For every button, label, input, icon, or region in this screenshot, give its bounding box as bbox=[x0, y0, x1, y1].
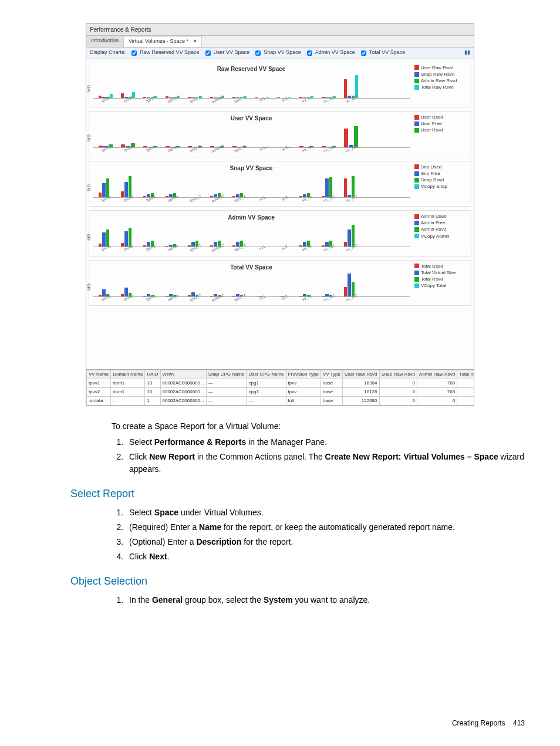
chart-title: Total VV Space bbox=[93, 263, 410, 272]
table-cell: tpvv1 bbox=[87, 379, 111, 387]
table-row[interactable]: tpvv1dom11060002AC0000000...---cpg1tpvvb… bbox=[87, 379, 474, 387]
bar bbox=[322, 97, 325, 98]
legend-swatch bbox=[414, 184, 419, 189]
create-report-steps: Select Performance & Reports in the Mana… bbox=[112, 436, 525, 475]
table-header[interactable]: Domain Name bbox=[111, 370, 145, 379]
table-header[interactable]: RAID bbox=[145, 370, 160, 379]
bar bbox=[348, 274, 350, 296]
table-header[interactable]: VV Name bbox=[87, 370, 111, 379]
object-selection-steps: In the General group box, select the Sys… bbox=[112, 594, 525, 606]
heading-object-selection: Object Selection bbox=[70, 573, 525, 589]
select-report-steps: Select Space under Virtual Volumes. (Req… bbox=[112, 507, 525, 563]
bar bbox=[121, 93, 124, 98]
bar bbox=[143, 97, 146, 98]
table-row[interactable]: .srdata-160002AC0000000...------fullbase… bbox=[87, 396, 474, 405]
table-row[interactable]: tpvv2dom11060002AC0000000...---cpg1tpvvb… bbox=[87, 387, 474, 396]
table-header[interactable]: Admin Raw Rsvd bbox=[417, 370, 457, 379]
chk-snap-vv[interactable]: Snap VV Space bbox=[253, 49, 301, 58]
table-header[interactable]: Snap Raw Rsvd bbox=[379, 370, 417, 379]
y-axis-label: MB bbox=[86, 85, 93, 92]
bar bbox=[121, 243, 124, 247]
legend-swatch bbox=[414, 264, 419, 268]
bar bbox=[210, 97, 213, 98]
table-cell: 60002AC0000000... bbox=[160, 379, 206, 387]
table-header[interactable]: Total Raw Rsvd bbox=[457, 370, 474, 379]
bar bbox=[143, 296, 146, 296]
bar bbox=[124, 231, 127, 247]
tab-virtual-volumes-space[interactable]: Virtual Volumes - Space * × bbox=[124, 36, 202, 47]
close-icon[interactable]: × bbox=[193, 38, 196, 44]
table-cell: 0 bbox=[417, 396, 457, 405]
step-2: Click New Report in the Common Actions p… bbox=[126, 451, 525, 475]
bar bbox=[322, 196, 325, 197]
legend: User UsedUser FreeUser Rsvd bbox=[414, 114, 467, 156]
table-header[interactable]: User CPG Name bbox=[247, 370, 286, 379]
legend-swatch bbox=[414, 65, 419, 70]
pause-icon[interactable]: ▮▮ bbox=[464, 49, 470, 57]
legend-label: Snp Used bbox=[421, 164, 441, 170]
bar bbox=[344, 287, 347, 296]
table-cell: 1 bbox=[145, 396, 160, 405]
window-titlebar: Performance & Reports bbox=[86, 24, 474, 36]
legend-label: Admin Used bbox=[421, 214, 447, 219]
step-1: Select Performance & Reports in the Mana… bbox=[126, 436, 525, 448]
table-header[interactable]: VV Type bbox=[321, 370, 342, 379]
document-body: To create a Space Report for a Virtual V… bbox=[35, 420, 525, 606]
legend-swatch bbox=[414, 234, 419, 238]
table-cell: 122880 bbox=[342, 396, 379, 405]
legend-label: Admin Raw Rsvd bbox=[421, 78, 457, 83]
table-cell: base bbox=[321, 379, 342, 387]
table-header[interactable]: Snap CPG Name bbox=[206, 370, 247, 379]
bar bbox=[232, 296, 235, 296]
chk-admin-vv[interactable]: Admin VV Space bbox=[305, 49, 355, 58]
legend-label: User Free bbox=[421, 121, 442, 126]
table-cell: base bbox=[321, 387, 342, 396]
table-cell: 16128 bbox=[342, 387, 379, 396]
table-cell: full bbox=[286, 396, 321, 405]
bar bbox=[99, 295, 102, 296]
chk-raw-reserved[interactable]: Raw Reserved VV Space bbox=[129, 49, 200, 58]
legend: Admin UsedAdmin FreeAdmin RsvdVCopy Admi… bbox=[414, 213, 467, 255]
legend-swatch bbox=[414, 164, 419, 169]
y-axis-label: MB bbox=[86, 283, 93, 291]
table-cell: 10 bbox=[145, 387, 160, 396]
bar bbox=[166, 96, 168, 97]
legend-label: Total Used bbox=[421, 264, 443, 269]
table-cell: 768 bbox=[417, 387, 457, 396]
chk-total-vv[interactable]: Total VV Space bbox=[359, 49, 406, 58]
table-cell: --- bbox=[247, 396, 286, 405]
bar bbox=[348, 229, 350, 247]
chart-block: Snap VV SpaceMBtpvv1tpvv2tpvv3admintpvv_… bbox=[89, 161, 471, 207]
bar bbox=[322, 296, 325, 296]
table-cell: 122880 bbox=[457, 396, 474, 405]
legend-label: Admin Free bbox=[421, 220, 445, 225]
table-header[interactable]: WWN bbox=[160, 370, 206, 379]
legend-swatch bbox=[414, 72, 419, 77]
sr-step-1: Select Space under Virtual Volumes. bbox=[126, 507, 525, 519]
bar bbox=[121, 294, 124, 296]
bar bbox=[99, 244, 102, 247]
y-axis-label: MB bbox=[86, 184, 93, 191]
table-cell: - bbox=[111, 396, 145, 405]
legend-label: VCopy Snap bbox=[421, 184, 447, 189]
legend-swatch bbox=[414, 85, 419, 90]
tab-introduction[interactable]: Introduction bbox=[86, 36, 124, 47]
legend-label: VCopy Total bbox=[421, 283, 446, 288]
chart-block: Total VV SpaceMBtpvv1tpvv2tpvv3admintpvv… bbox=[89, 260, 471, 306]
chk-user-vv[interactable]: User VV Space bbox=[203, 49, 250, 58]
table-header[interactable]: Provision Type bbox=[286, 370, 321, 379]
toolbar-label: Display Charts: bbox=[90, 49, 126, 57]
table-cell: --- bbox=[206, 396, 247, 405]
bars-row bbox=[93, 124, 410, 148]
bar bbox=[188, 295, 191, 296]
legend-swatch bbox=[414, 128, 419, 133]
x-labels: tpvv1tpvv2tpvv3admintpvv_2admin2tpvv_3vv… bbox=[93, 148, 410, 156]
bar bbox=[210, 296, 213, 296]
table-cell: tpvv bbox=[286, 379, 321, 387]
table-header[interactable]: User Raw Rsvd bbox=[342, 370, 379, 379]
bars-row bbox=[93, 223, 410, 247]
screenshot-window: Performance & Reports Introduction Virtu… bbox=[86, 23, 474, 406]
table-cell: 0 bbox=[379, 396, 417, 405]
table-cell: dom1 bbox=[111, 387, 145, 396]
x-labels: tpvv1tpvv2tpvv3admintpvv_2admin2tpvv_3vv… bbox=[93, 297, 410, 305]
